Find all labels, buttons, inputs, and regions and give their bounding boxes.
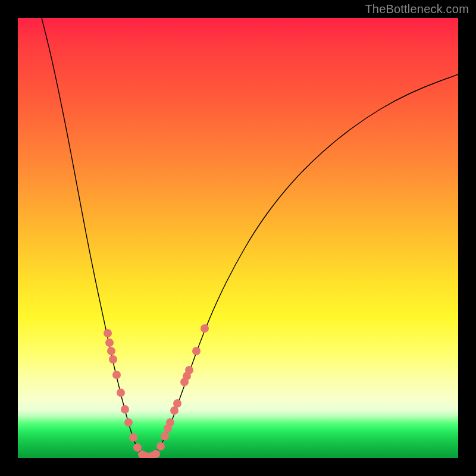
data-marker — [192, 347, 201, 355]
data-marker — [121, 405, 129, 414]
chart-frame: TheBottleneck.com — [0, 0, 476, 476]
plot-area — [18, 18, 458, 458]
data-marker — [104, 329, 112, 337]
data-marker — [156, 442, 165, 450]
data-marker — [173, 399, 181, 408]
data-marker — [129, 433, 137, 441]
data-marker — [152, 450, 160, 458]
series-left-branch — [42, 18, 156, 456]
data-marker — [170, 406, 178, 415]
chart-curve — [42, 18, 458, 456]
data-marker — [161, 432, 169, 440]
data-marker — [109, 355, 117, 364]
data-marker — [117, 389, 125, 397]
chart-svg — [18, 18, 458, 458]
data-marker — [107, 347, 115, 355]
data-marker — [133, 443, 142, 452]
data-marker — [112, 371, 121, 379]
data-marker — [105, 339, 114, 347]
data-marker — [166, 418, 174, 427]
data-marker — [185, 366, 193, 374]
data-marker — [124, 418, 133, 427]
chart-markers — [104, 324, 209, 458]
series-right-branch — [156, 74, 458, 452]
data-marker — [201, 324, 209, 333]
watermark-label: TheBottleneck.com — [365, 2, 469, 16]
